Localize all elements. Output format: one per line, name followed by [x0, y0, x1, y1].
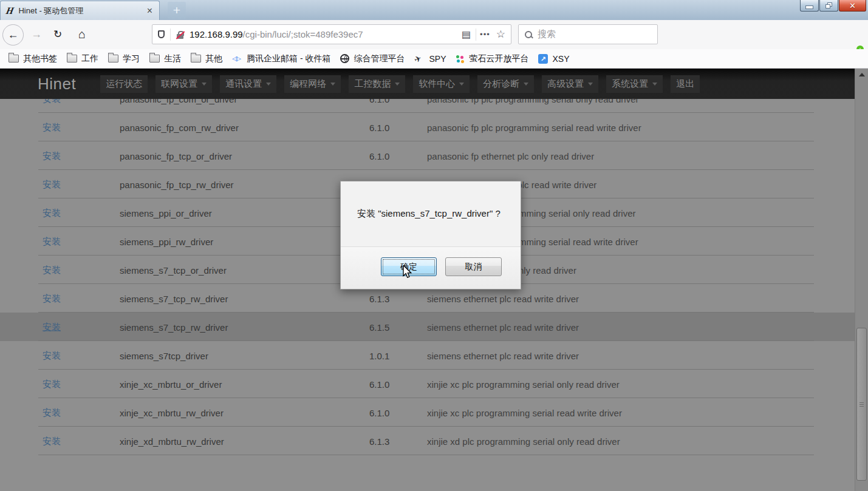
- bookmark-item[interactable]: ◁▷ 腾讯企业邮箱 - 收件箱: [227, 52, 335, 66]
- bookmark-item[interactable]: 综合管理平台: [335, 52, 409, 66]
- bookmark-star-icon[interactable]: ☆: [496, 28, 505, 41]
- driver-version: 1.0.1: [369, 350, 389, 361]
- install-link[interactable]: 安装: [43, 150, 61, 161]
- driver-name: siemens_ppi_or_driver: [120, 208, 212, 218]
- restore-button[interactable]: [819, 0, 838, 12]
- page-actions-icon[interactable]: •••: [480, 30, 490, 39]
- bookmark-label: 其他书签: [23, 53, 57, 64]
- site-menu-item[interactable]: 高级设置: [542, 75, 598, 93]
- site-menu-item[interactable]: 工控数据: [349, 75, 405, 93]
- bookmark-icon: [108, 55, 118, 63]
- back-button[interactable]: ←: [2, 24, 24, 46]
- site-menu-label: 退出: [676, 78, 694, 90]
- table-row: 安装 panasonic_fp_tcp_or_driver 6.1.0 pana…: [0, 141, 855, 170]
- bookmark-label: 学习: [123, 53, 140, 64]
- bookmark-label: SPY: [429, 54, 446, 64]
- bookmark-icon: [67, 55, 77, 63]
- bookmark-item[interactable]: ↗ XSY: [533, 52, 574, 66]
- home-button[interactable]: ⌂: [74, 24, 90, 44]
- url-bar[interactable]: 192.168.9.99/cgi-bin/luci/;stok=489fe39e…: [152, 24, 511, 44]
- driver-description: xinjie xd plc programming serial only re…: [427, 436, 620, 446]
- table-row: 安装 xinje_xd_mbrtu_rw_driver 6.1.3 xinjie…: [0, 427, 855, 455]
- driver-description: siemens ethernet plc read write driver: [427, 350, 579, 361]
- search-icon: [524, 30, 533, 39]
- site-menu-item[interactable]: 退出: [671, 75, 700, 93]
- chevron-down-icon: [395, 83, 400, 86]
- scrollbar-grip: [859, 402, 864, 407]
- bookmark-item[interactable]: 学习: [103, 52, 145, 66]
- url-text[interactable]: 192.168.9.99/cgi-bin/luci/;stok=489fe39e…: [190, 29, 457, 39]
- tab-close-icon[interactable]: ×: [146, 6, 154, 16]
- confirm-dialog: 安装 "siemens_s7_tcp_rw_driver" ? 确定 取消: [340, 181, 521, 290]
- url-host: 192.168.9.99: [190, 29, 243, 39]
- install-link[interactable]: 安装: [43, 321, 61, 333]
- cancel-button[interactable]: 取消: [445, 257, 502, 276]
- driver-version: 6.1.0: [369, 151, 389, 161]
- bookmark-item[interactable]: 生活: [145, 52, 186, 66]
- install-link[interactable]: 安装: [43, 350, 61, 361]
- driver-description: panasonic fp ethernet plc only read driv…: [427, 151, 594, 161]
- install-link[interactable]: 安装: [43, 264, 61, 276]
- driver-name: siemens_s7tcp_driver: [120, 350, 208, 361]
- bookmark-item[interactable]: ✈ SPY: [409, 52, 451, 66]
- scrollbar-thumb[interactable]: [856, 328, 867, 481]
- dialog-message: 安装 "siemens_s7_tcp_rw_driver" ?: [357, 208, 501, 220]
- ok-button[interactable]: 确定: [381, 257, 437, 276]
- site-menu-item[interactable]: 编程网络: [284, 75, 341, 93]
- driver-version: 6.1.0: [369, 122, 389, 132]
- url-path: /cgi-bin/luci/;stok=489fe39ec7: [243, 29, 363, 39]
- install-link[interactable]: 安装: [43, 293, 61, 304]
- new-tab-button[interactable]: +: [168, 2, 186, 19]
- install-link[interactable]: 安装: [43, 378, 61, 390]
- search-bar[interactable]: 搜索: [518, 24, 658, 44]
- chevron-down-icon: [266, 83, 271, 86]
- window-controls: ✕: [799, 0, 866, 12]
- browser-tab[interactable]: H Hinet - 驱动包管理 ×: [0, 1, 160, 20]
- site-favicon: H: [5, 6, 15, 16]
- reader-mode-icon[interactable]: ▤: [462, 29, 471, 40]
- bookmark-label: 生活: [164, 53, 181, 64]
- install-link[interactable]: 安装: [43, 235, 61, 247]
- site-menu-item[interactable]: 运行状态: [100, 75, 148, 93]
- table-row: 安装 xinje_xc_mbrtu_or_driver 6.1.0 xinjie…: [0, 370, 855, 398]
- bookmark-item[interactable]: 工作: [62, 52, 103, 66]
- bookmark-label: 综合管理平台: [354, 53, 405, 64]
- chevron-down-icon: [588, 83, 593, 86]
- site-menu-item[interactable]: 通讯设置: [220, 75, 276, 93]
- tracking-shield-icon[interactable]: [158, 30, 165, 38]
- minimize-button[interactable]: [800, 0, 819, 12]
- install-link[interactable]: 安装: [43, 435, 61, 447]
- site-menu-item[interactable]: 系统设置: [606, 75, 663, 93]
- reload-button[interactable]: ↻: [50, 24, 66, 44]
- driver-name: siemens_s7_tcp_or_driver: [120, 265, 227, 275]
- site-logo[interactable]: Hinet: [38, 75, 76, 93]
- page-scrollbar[interactable]: [855, 69, 868, 491]
- insecure-lock-icon[interactable]: [176, 31, 185, 39]
- bookmark-item[interactable]: 萤石云开放平台: [451, 52, 533, 66]
- site-menu-item[interactable]: 分析诊断: [477, 75, 534, 93]
- site-menu-item[interactable]: 联网设置: [155, 75, 212, 93]
- bookmark-icon: ✈: [414, 53, 426, 64]
- site-menu-label: 软件中心: [419, 78, 455, 90]
- bookmark-label: 腾讯企业邮箱 - 收件箱: [247, 53, 330, 64]
- install-link[interactable]: 安装: [43, 407, 61, 418]
- driver-description: siemens ethernet plc read write driver: [427, 322, 579, 332]
- site-menu-item[interactable]: 软件中心: [413, 75, 470, 93]
- driver-description: xinjie xc plc programming serial only re…: [427, 379, 620, 389]
- install-link[interactable]: 安装: [43, 121, 61, 133]
- bookmark-icon: ↗: [538, 54, 548, 64]
- window-titlebar: H Hinet - 驱动包管理 × + ✕: [0, 0, 868, 20]
- site-menu-label: 工控数据: [354, 78, 391, 90]
- driver-version: 6.1.5: [369, 322, 389, 332]
- chevron-down-icon: [459, 83, 464, 86]
- bookmark-label: 其他: [205, 53, 222, 64]
- install-link[interactable]: 安装: [43, 178, 61, 190]
- table-row: 安装 siemens_s7tcp_driver 1.0.1 siemens et…: [0, 341, 855, 370]
- bookmark-item[interactable]: 其他: [186, 52, 227, 66]
- install-link[interactable]: 安装: [43, 207, 61, 218]
- close-button[interactable]: ✕: [839, 0, 866, 12]
- bookmark-item[interactable]: 其他书签: [4, 52, 62, 66]
- site-menu-label: 系统设置: [612, 78, 648, 90]
- restore-icon: [825, 2, 832, 8]
- scroll-up-arrow[interactable]: [855, 70, 868, 80]
